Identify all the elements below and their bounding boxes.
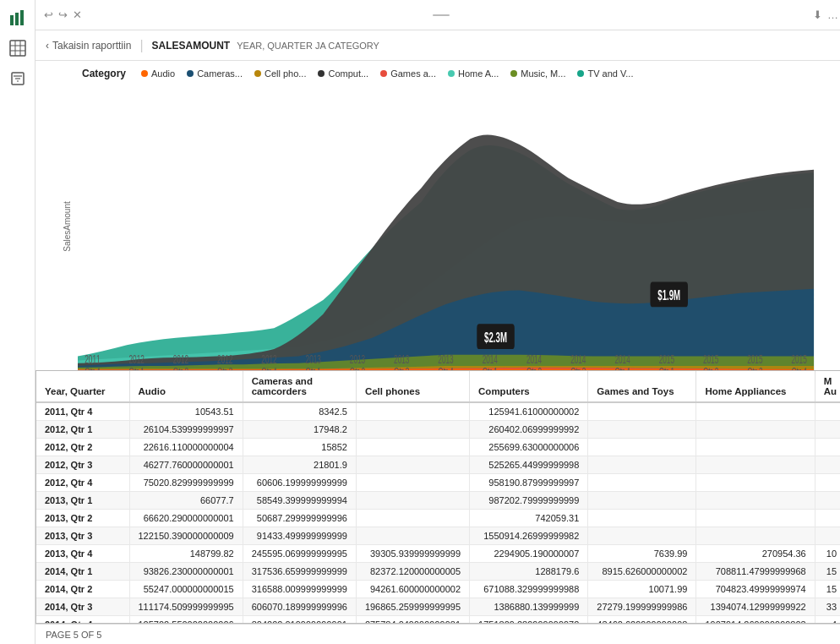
close-topbar-icon[interactable]: ✕ (73, 8, 82, 21)
legend-text-tv: TV and V... (587, 68, 633, 79)
legend-item-computers[interactable]: Comput... (318, 68, 368, 79)
svg-text:2014: 2014 (483, 352, 499, 365)
main-content: ↩ ↪ ✕ ⬇ … ‹ Takaisin raporttiin | SALESA… (35, 0, 840, 644)
svg-text:2011: 2011 (85, 352, 100, 365)
svg-text:2015: 2015 (703, 352, 718, 365)
svg-text:Qtr 2: Qtr 2 (703, 365, 718, 370)
legend-label: Category (82, 68, 126, 79)
svg-text:2015: 2015 (791, 352, 806, 365)
svg-text:Qtr 1: Qtr 1 (306, 365, 321, 370)
table-header: Year, Quarter Audio Cameras andcamcorder… (36, 371, 840, 402)
svg-text:2012: 2012 (129, 352, 145, 365)
chart-sidebar-icon[interactable] (7, 7, 29, 29)
legend-item-home[interactable]: Home A... (448, 68, 499, 79)
legend-dot-cameras (187, 70, 194, 77)
chart-svg: $2.3M $1.9M 2011Qtr 4 2012Qtr 1 2012Qtr … (78, 83, 838, 370)
svg-text:2014: 2014 (570, 352, 586, 365)
back-button[interactable]: ‹ Takaisin raporttiin (46, 40, 131, 52)
back-label: Takaisin raporttiin (52, 40, 131, 52)
legend-item-audio[interactable]: Audio (141, 68, 175, 79)
svg-text:Qtr 4: Qtr 4 (85, 365, 101, 370)
svg-text:2012: 2012 (217, 352, 232, 365)
svg-text:2015: 2015 (747, 352, 762, 365)
breadcrumb-field: SALESAMOUNT (152, 40, 231, 52)
svg-text:Qtr 4: Qtr 4 (614, 365, 630, 370)
legend-text-music: Music, M... (521, 68, 565, 79)
legend-item-music[interactable]: Music, M... (510, 68, 565, 79)
svg-text:$1.9M: $1.9M (657, 287, 680, 303)
back-chevron-icon: ‹ (46, 40, 49, 52)
svg-text:Qtr 2: Qtr 2 (526, 365, 542, 370)
table-row: 2012, Qtr 346277.76000000000121801.95252… (36, 456, 840, 474)
table-body: 2011, Qtr 410543.518342.5125941.61000000… (36, 402, 840, 624)
svg-text:2012: 2012 (173, 352, 188, 365)
table-row: 2013, Qtr 166077.758549.3999999999949872… (36, 492, 840, 510)
table-row: 2014, Qtr 4125702.550000000006804202.019… (36, 616, 840, 625)
sidebar (0, 0, 35, 644)
download-icon[interactable]: ⬇ (813, 8, 822, 21)
svg-rect-0 (10, 15, 14, 25)
legend-dot-computers (318, 70, 325, 77)
table-row: 2012, Qtr 126104.53999999999717948.22604… (36, 421, 840, 439)
col-audio: Audio (129, 371, 243, 402)
breadcrumb-separator: | (139, 38, 143, 53)
legend-text-cell: Cell pho... (265, 68, 307, 79)
legend-dot-home (448, 70, 455, 77)
topbar-right-controls: ⬇ … (813, 8, 838, 21)
annotation-2-3m: $2.3M (477, 324, 515, 349)
col-cell-phones: Cell phones (356, 371, 469, 402)
col-cameras: Cameras andcamcorders (243, 371, 356, 402)
legend-text-computers: Comput... (328, 68, 368, 79)
svg-text:2012: 2012 (261, 352, 276, 365)
col-computers: Computers (470, 371, 588, 402)
table-row: 2014, Qtr 255247.000000000015316588.0099… (36, 581, 840, 598)
table-row: 2014, Qtr 193826.230000000001317536.6599… (36, 563, 840, 581)
table-row: 2013, Qtr 3122150.39000000000991433.4999… (36, 527, 840, 545)
legend-text-home: Home A... (458, 68, 499, 79)
svg-text:2013: 2013 (438, 352, 453, 365)
table-row: 2012, Qtr 475020.82999999999960606.19999… (36, 474, 840, 492)
col-games: Games and Toys (588, 371, 696, 402)
legend-item-tv[interactable]: TV and V... (577, 68, 633, 79)
legend-text-cameras: Cameras... (197, 68, 243, 79)
svg-text:2015: 2015 (659, 352, 674, 365)
legend-item-games[interactable]: Games a... (380, 68, 436, 79)
svg-text:Qtr 4: Qtr 4 (438, 365, 454, 370)
legend-dot-tv (577, 70, 584, 77)
legend-item-cameras[interactable]: Cameras... (187, 68, 243, 79)
undo-icon[interactable]: ↩ (44, 8, 53, 21)
svg-text:Qtr 3: Qtr 3 (747, 365, 762, 370)
table-row: 2013, Qtr 4148799.82245595.0699999999953… (36, 545, 840, 563)
table-sidebar-icon[interactable] (7, 37, 29, 59)
table-row: 2011, Qtr 410543.518342.5125941.61000000… (36, 402, 840, 421)
annotation-1-9m: $1.9M (650, 282, 688, 308)
svg-rect-1 (15, 13, 19, 25)
redo-icon[interactable]: ↪ (58, 8, 68, 21)
breadcrumb-subtitle: YEAR, QUARTER JA CATEGORY (237, 41, 379, 51)
y-axis-label: SalesAmount (63, 201, 72, 251)
legend-dot-music (510, 70, 517, 77)
svg-rect-2 (20, 10, 24, 25)
svg-text:Qtr 1: Qtr 1 (483, 365, 498, 370)
svg-text:$2.3M: $2.3M (484, 330, 507, 345)
svg-text:Qtr 4: Qtr 4 (791, 365, 807, 370)
legend-item-cell[interactable]: Cell pho... (254, 68, 307, 79)
col-home: Home Appliances (696, 371, 815, 402)
legend-dot-cell (254, 70, 261, 77)
chart-area[interactable]: SalesAmount $2.3M (35, 83, 840, 370)
filter-sidebar-icon[interactable] (7, 68, 29, 90)
table-row: 2014, Qtr 3111174.509999999995606070.189… (36, 598, 840, 616)
svg-text:Qtr 3: Qtr 3 (570, 365, 586, 370)
svg-text:2014: 2014 (614, 352, 630, 365)
legend-text-games: Games a... (390, 68, 436, 79)
status-bar: PAGE 5 OF 5 (35, 624, 840, 644)
topbar: ↩ ↪ ✕ ⬇ … (35, 0, 840, 30)
legend-dot-audio (141, 70, 148, 77)
category-legend: Category Audio Cameras... Cell pho... Co… (35, 61, 840, 83)
more-icon[interactable]: … (827, 8, 838, 21)
legend-dot-games (380, 70, 387, 77)
col-music-abbr: MAu (815, 371, 840, 402)
data-table[interactable]: Year, Quarter Audio Cameras andcamcorder… (35, 370, 840, 624)
svg-text:2013: 2013 (350, 352, 365, 365)
svg-text:Qtr 4: Qtr 4 (261, 365, 277, 370)
